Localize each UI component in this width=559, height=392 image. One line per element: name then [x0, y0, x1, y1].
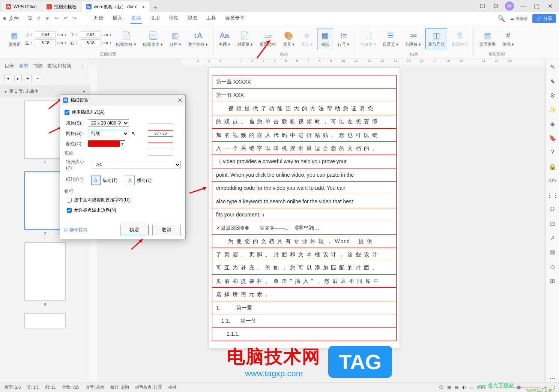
background-button[interactable]: 🎨背景 ▾: [281, 29, 297, 49]
hamburger-icon[interactable]: ≡: [3, 15, 6, 21]
ribbon-tab-insert[interactable]: 插入: [112, 13, 123, 24]
delete-section-button[interactable]: 🗑删除本节: [449, 29, 470, 49]
view-mode-icon[interactable]: ▤: [455, 385, 458, 390]
maximize-button[interactable]: ▢: [532, 2, 541, 11]
landscape-button[interactable]: A 横向(L): [125, 176, 152, 185]
dialog-close-button[interactable]: ✕: [177, 97, 182, 104]
tips-link[interactable]: ▷ 操作技巧: [65, 227, 87, 233]
status-page[interactable]: 页面: 2/6: [5, 384, 21, 390]
add-tab-button[interactable]: +: [150, 4, 161, 12]
page-margin-button[interactable]: ▦ 页边距: [6, 29, 23, 49]
screenshot-icon[interactable]: [478, 2, 487, 11]
chapter-nav-button[interactable]: ◫章节导航: [425, 29, 447, 49]
ribbon-tab-reference[interactable]: 引用: [149, 13, 161, 24]
remove-section-button[interactable]: −: [34, 75, 41, 82]
ribbon-tab-page[interactable]: 页面: [131, 13, 142, 24]
left-tab-toc[interactable]: 目录: [5, 63, 14, 69]
view-mode-icon[interactable]: ▦: [447, 385, 451, 390]
help-icon[interactable]: ?: [548, 148, 557, 156]
left-tab-find[interactable]: 查找和替换: [47, 63, 72, 69]
redo-icon[interactable]: ↷: [71, 15, 78, 22]
close-button[interactable]: ✕: [545, 2, 554, 11]
tool-icon[interactable]: ⊡: [548, 219, 557, 228]
left-tab-bookmark[interactable]: 书签: [33, 63, 43, 69]
tool-icon[interactable]: ⊞: [548, 276, 557, 285]
text-direction-button[interactable]: ↕A文字方向 ▾: [186, 29, 210, 49]
color-picker[interactable]: ▾: [88, 140, 125, 147]
gaozhi-button[interactable]: ▦稿纸: [317, 29, 333, 49]
index-page-button[interactable]: ☰目录页 ▾: [380, 29, 401, 49]
status-proof[interactable]: 校对: [168, 384, 176, 390]
ribbon-tab-tools[interactable]: 工具: [206, 13, 217, 24]
blank-page-button[interactable]: 📄空白页 ▾: [358, 29, 378, 49]
pencil-icon[interactable]: ✎: [548, 63, 557, 71]
document-page[interactable]: 第一章 XXXXX 第一节 XXX 视 频 提 供 了 功 能 强 大 的 方 …: [209, 67, 400, 349]
tool-icon[interactable]: ◈: [548, 120, 557, 128]
line-number-button[interactable]: ⁝≡行号 ▾: [335, 29, 352, 49]
file-menu[interactable]: 文件: [9, 15, 19, 22]
spec-select[interactable]: 20 x 20 (400 字): [88, 119, 129, 127]
left-tab-chapter[interactable]: 章节: [19, 63, 29, 69]
use-grid-checkbox[interactable]: [65, 110, 69, 115]
status-spellcheck[interactable]: 拼写检查: 打开: [135, 384, 162, 390]
margin-left-input[interactable]: [35, 39, 56, 46]
watermark-button[interactable]: ❄水印 ▾: [299, 29, 315, 49]
list-icon[interactable]: ⋮⋮: [548, 191, 557, 199]
save-icon[interactable]: 🖫: [26, 15, 33, 22]
status-rewrite[interactable]: 改写: 关闭: [86, 384, 104, 390]
header-footer-button[interactable]: ▤页眉页脚: [477, 29, 498, 49]
collapse-button[interactable]: ▾: [5, 75, 12, 82]
paper-size-button[interactable]: 📃纸张大小 ▾: [141, 29, 165, 49]
preview-icon[interactable]: 👁: [44, 15, 51, 22]
ribbon-tab-member[interactable]: 会员专享: [224, 13, 245, 24]
thumbnail-4[interactable]: [0, 313, 90, 328]
view-mode-icon[interactable]: ⓘ: [439, 384, 443, 390]
cut-icon[interactable]: ✂: [53, 15, 60, 22]
expand-button[interactable]: ▸: [14, 75, 22, 82]
portrait-button[interactable]: A 纵向(T): [91, 176, 117, 185]
print-icon[interactable]: ⎙: [35, 15, 42, 22]
search-icon[interactable]: 🔍: [498, 15, 505, 22]
modify-badge[interactable]: ☁ 有修改: [510, 16, 528, 21]
dialog-titlebar[interactable]: W 稿纸设置 ✕: [60, 95, 185, 105]
view-mode-icon[interactable]: ◐: [462, 385, 466, 390]
paper-direction-button[interactable]: 📄纸张方向 ▾: [114, 29, 138, 49]
cancel-button[interactable]: 取消: [152, 225, 181, 235]
thumbnail-3[interactable]: 3: [0, 242, 90, 307]
status-column[interactable]: 列: 11: [45, 384, 56, 390]
ai-icon[interactable]: ✨: [548, 105, 557, 114]
minimize-button[interactable]: —: [518, 2, 527, 11]
margin-top-input[interactable]: [35, 31, 56, 38]
add-section-button[interactable]: +: [24, 75, 32, 82]
columns-button[interactable]: ▥分栏 ▾: [167, 29, 183, 49]
export-icon[interactable]: ↗: [548, 234, 557, 242]
pointer-icon[interactable]: ⬉: [548, 77, 557, 85]
status-section[interactable]: 节: 1/1: [27, 384, 39, 390]
horizontal-ruler[interactable]: 32112345678910111213141516171819212223: [182, 59, 545, 66]
ribbon-tab-start[interactable]: 开始: [93, 13, 104, 24]
status-word-count[interactable]: 字数: 725: [62, 384, 79, 390]
margin-bottom-input[interactable]: [80, 31, 101, 38]
more-icon[interactable]: ⋯: [548, 374, 557, 382]
separator-button[interactable]: ⫘分隔符 ▾: [403, 29, 423, 49]
theme-button[interactable]: Aa主题 ▾: [216, 29, 233, 49]
bookmark-icon[interactable]: 🔖: [548, 134, 557, 142]
settings-icon[interactable]: [491, 2, 500, 11]
tab-templates[interactable]: 找稻壳模板: [42, 2, 81, 12]
lock-icon[interactable]: 🔒: [548, 162, 557, 171]
share-button[interactable]: 🔗 分享: [532, 14, 556, 23]
cjk-rule-checkbox[interactable]: [67, 198, 72, 203]
tab-wps-office[interactable]: W WPS Office: [2, 2, 41, 12]
code-icon[interactable]: </>: [548, 177, 557, 185]
tab-document[interactable]: W word教程（新）.docx ●: [82, 2, 149, 12]
cover-button[interactable]: 📄封面页 ▾: [235, 29, 255, 49]
panel-overflow-icon[interactable]: ⋮: [80, 63, 85, 69]
user-avatar[interactable]: WP: [505, 2, 514, 11]
view-mode-icon[interactable]: ▭: [470, 385, 473, 390]
ribbon-tab-review[interactable]: 审阅: [168, 13, 179, 24]
settings-icon[interactable]: ⚙: [548, 91, 557, 99]
grid-select[interactable]: 行线: [88, 130, 129, 137]
close-panel-icon[interactable]: ⊠: [548, 248, 557, 256]
status-revision[interactable]: 修订: 关闭: [110, 384, 129, 390]
page-number-button[interactable]: #页码 ▾: [500, 29, 516, 49]
